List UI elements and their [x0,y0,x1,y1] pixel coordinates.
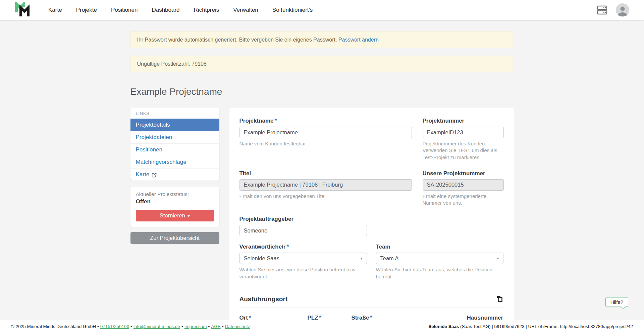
projektnummer-help: Projektnummer des Kunden. Verwenden Sie … [423,140,504,161]
page-title: Example Projectname [130,86,514,102]
mineral-minds-logo-icon[interactable] [15,2,30,18]
nav-item-so-funktionierts[interactable]: So funktioniert's [265,7,320,13]
sidebar-item-karte-label: Karte [136,171,150,178]
footer: © 2025 Mineral Minds Deutschland GmbH071… [0,320,644,333]
sidebar-item-projektdetails[interactable]: Projektdetails [130,119,219,131]
verantwortliche-selected-value: Selenide Saas [244,255,279,262]
team-help: Wählen Sie hier das Team aus, welches di… [376,266,503,280]
sidebar-item-projektdateien[interactable]: Projektdateien [130,131,219,143]
verantwortliche-help: Wählen Sie hier aus, wer diese Position … [239,266,367,280]
footer-phone-link[interactable]: 07151/250100 [96,324,129,329]
app-viewport: Karte Projekte Positionen Dashboard Rich… [0,0,644,333]
nav-item-projekte[interactable]: Projekte [69,7,104,13]
footer-left: © 2025 Mineral Minds Deutschland GmbH071… [11,324,250,329]
invalid-plz-alert-text: Ungültige Postleitzahl: 79108 [137,61,207,67]
select-caret-icon [496,257,500,260]
links-header: LINKS [130,108,219,119]
footer-session-info: Selenide Saas (Saas Test AG) | b91695ed7… [428,324,633,329]
password-alert: Ihr Passwort wurde automatisch generiert… [130,31,514,48]
footer-copyright: © 2025 Mineral Minds Deutschland GmbH [11,324,96,329]
nav-item-dashboard[interactable]: Dashboard [145,7,186,13]
team-select[interactable]: Team A [376,253,503,264]
change-password-link[interactable]: Passwort ändern [338,37,379,43]
server-icon[interactable] [596,5,608,15]
projektname-input[interactable] [239,127,412,138]
footer-datenschutz-link[interactable]: Datenschutz [221,324,250,329]
ausfuehrungsort-heading: Ausführungsort [239,295,288,303]
projektnummer-label: Projektnummer [423,118,504,124]
unsere-projektnummer-input [423,179,504,191]
select-caret-icon [360,257,363,260]
nav-item-positionen[interactable]: Positionen [104,7,145,13]
titel-help: Erhält den von uns vorgegebenen Titel. [239,193,412,200]
password-alert-text: Ihr Passwort wurde automatisch generiert… [137,37,337,43]
section-divider [239,308,504,308]
titel-label: Titel [239,170,412,177]
copy-icon[interactable] [495,295,504,304]
nav-item-karte[interactable]: Karte [41,7,69,13]
project-status-value: Offen [136,198,214,205]
caret-down-icon [185,212,190,218]
footer-email-link[interactable]: info@mineral-minds.de [129,324,180,329]
links-card: LINKS Projektdetails Projektdateien Posi… [130,108,219,181]
unsere-projektnummer-label: Unsere Projektnummer [423,170,504,177]
sidebar-item-karte[interactable]: Karte [130,168,219,181]
verantwortliche-label: Verantwortliche/r* [239,244,367,250]
required-marker: * [286,244,289,250]
stornieren-button-label: Stornieren [160,212,185,218]
main-nav: Karte Projekte Positionen Dashboard Rich… [41,7,320,13]
team-selected-value: Team A [380,255,399,262]
projektname-help: Name vom Kunden festlegbar [239,140,412,147]
stornieren-button[interactable]: Stornieren [136,210,214,221]
invalid-plz-alert: Ungültige Postleitzahl: 79108 [130,56,514,72]
required-marker: * [275,118,277,124]
projektname-label: Projektname* [239,118,412,124]
project-status-label: Aktueller Projektstatus: [136,191,214,197]
verantwortliche-select[interactable]: Selenide Saas [239,253,367,264]
user-avatar-icon[interactable] [616,3,629,17]
zur-projektuebersicht-button[interactable]: Zur Projektübersicht [130,232,219,244]
unsere-projektnummer-help: Erhält eine systemgenerierte Nummer von … [423,193,504,207]
projektauftraggeber-label: Projektauftraggeber [239,216,367,222]
top-navbar: Karte Projekte Positionen Dashboard Rich… [0,0,644,20]
nav-item-richtpreis[interactable]: Richtpreis [187,7,226,13]
projektauftraggeber-input[interactable] [239,225,367,236]
sidebar-item-positionen[interactable]: Positionen [130,143,219,156]
sidebar: LINKS Projektdetails Projektdateien Posi… [130,108,219,244]
footer-impressum-link[interactable]: Impressum [180,324,207,329]
team-label: Team [376,244,503,250]
external-link-icon [152,173,157,178]
project-details-form: Projektname* Name vom Kunden festlegbar … [229,108,514,333]
sidebar-item-matchingvorschlaege[interactable]: Matchingvorschläge [130,156,219,168]
nav-item-verwalten[interactable]: Verwalten [226,7,265,13]
titel-input [239,179,412,191]
project-status-card: Aktueller Projektstatus: Offen Storniere… [130,187,219,227]
projektnummer-input[interactable] [423,127,504,138]
navbar-right [596,3,629,17]
footer-agb-link[interactable]: AGB [207,324,220,329]
hilfe-button[interactable]: Hilfe? [605,297,628,307]
